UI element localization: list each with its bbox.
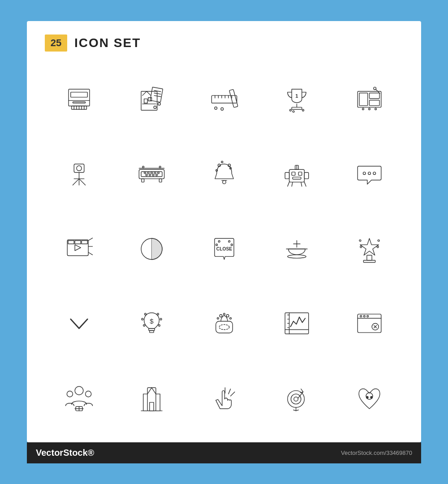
svg-point-67 [159,166,161,168]
svg-rect-75 [289,169,304,182]
svg-point-88 [368,172,370,174]
svg-rect-94 [82,241,87,244]
svg-rect-11 [144,99,147,103]
trophy-icon: 1 [263,65,331,135]
svg-marker-91 [75,245,81,251]
close-tag-icon: CLOSE [190,214,258,284]
camera-tripod-icon [45,139,113,209]
svg-point-28 [214,107,217,110]
svg-point-121 [142,319,143,320]
svg-marker-109 [360,238,378,255]
svg-point-112 [360,246,362,248]
svg-rect-155 [149,402,153,411]
svg-point-62 [155,174,157,176]
svg-line-84 [292,182,293,186]
svg-rect-117 [149,331,153,333]
soap-icon [190,289,258,359]
svg-point-101 [218,241,220,242]
svg-point-46 [76,165,81,170]
svg-point-119 [144,313,146,315]
vectorstock-logo: VectorStock® [36,448,94,458]
svg-line-83 [287,182,289,186]
svg-text:CLOSE: CLOSE [216,246,232,251]
svg-point-115 [359,240,361,242]
video-editor-icon [45,214,113,284]
svg-point-43 [368,108,370,110]
svg-point-42 [362,108,364,110]
svg-rect-64 [159,178,162,182]
svg-rect-31 [292,108,302,110]
main-container: 25 ICON SET [0,0,448,484]
svg-point-149 [85,391,91,397]
svg-text:$: $ [150,317,154,325]
svg-point-141 [360,315,362,317]
svg-point-161 [293,397,297,401]
chevron-down-icon [45,289,113,359]
svg-rect-38 [369,93,379,99]
svg-point-120 [157,313,159,315]
svg-line-49 [79,178,85,185]
svg-point-123 [143,325,145,327]
svg-rect-111 [363,260,375,263]
page-title: ICON SET [74,36,141,50]
svg-point-165 [366,396,369,399]
svg-rect-76 [292,172,295,175]
svg-point-35 [293,111,294,112]
svg-point-57 [154,172,156,173]
svg-point-127 [226,315,229,317]
svg-point-44 [375,108,376,110]
svg-point-69 [222,180,226,184]
svg-rect-78 [293,177,301,179]
svg-point-59 [146,174,147,176]
svg-point-87 [363,172,366,174]
svg-line-86 [304,182,306,186]
svg-line-48 [73,178,79,185]
header: 25 ICON SET [45,35,403,52]
target-arrow-icon [263,363,331,433]
svg-rect-52 [139,169,164,179]
svg-point-29 [221,108,224,111]
svg-point-102 [228,241,230,242]
svg-point-114 [378,240,379,242]
svg-point-74 [221,161,223,163]
svg-point-66 [142,166,144,168]
svg-rect-0 [69,89,90,106]
vectorstock-url: VectorStock.com/33469870 [341,449,412,456]
svg-point-129 [229,318,231,320]
svg-point-108 [287,255,306,259]
gesture-icon [190,363,258,433]
team-chat-icon [45,363,113,433]
atm-machine-icon [45,65,113,135]
building-icon [117,363,185,433]
svg-point-147 [75,386,83,395]
svg-point-61 [152,174,154,176]
svg-line-95 [88,238,92,241]
svg-line-17 [154,95,161,97]
svg-point-58 [157,172,159,173]
half-circle-icon [117,214,185,284]
svg-rect-93 [75,241,81,244]
svg-point-130 [223,313,225,315]
chat-bubble-icon [335,139,403,209]
svg-point-126 [220,315,222,317]
star-award-icon [335,214,403,284]
svg-line-157 [228,389,230,394]
svg-point-103 [215,244,217,246]
svg-line-97 [88,252,92,255]
svg-rect-82 [304,172,308,178]
bottom-bar: VectorStock® VectorStock.com/33469870 [27,442,421,463]
white-card: 25 ICON SET [27,21,421,442]
svg-point-41 [373,87,376,90]
layout-editor-icon [335,65,403,135]
svg-point-113 [377,246,379,248]
vga-connector-icon [117,139,185,209]
svg-point-33 [289,109,291,111]
svg-point-104 [231,244,233,246]
svg-rect-77 [298,172,302,175]
svg-rect-20 [211,95,237,103]
svg-point-122 [160,319,162,320]
svg-rect-110 [366,255,371,260]
svg-point-54 [144,172,146,173]
svg-point-131 [219,325,229,330]
svg-rect-45 [74,164,84,173]
